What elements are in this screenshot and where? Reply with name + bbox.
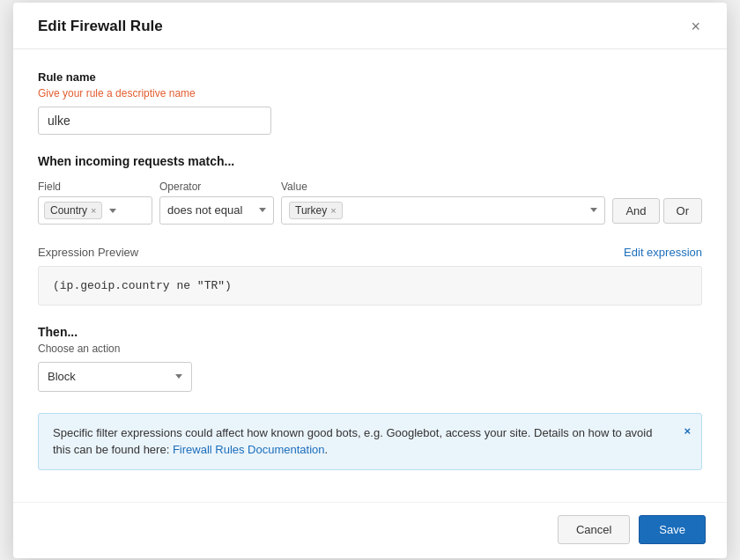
field-tag-close[interactable]: × [91, 205, 96, 216]
chevron-down-icon [109, 209, 116, 213]
value-tag-close[interactable]: × [330, 205, 336, 216]
info-banner-close-button[interactable]: × [684, 424, 691, 438]
expression-header: Expression Preview Edit expression [38, 246, 702, 259]
when-label: When incoming requests match... [38, 154, 702, 168]
logic-buttons: And Or [612, 198, 702, 225]
info-banner: Specific filter expressions could affect… [38, 413, 702, 470]
rule-name-input[interactable] [38, 107, 271, 135]
then-label: Then... [38, 325, 702, 339]
modal-body: Rule name Give your rule a descriptive n… [13, 49, 727, 488]
or-button[interactable]: Or [663, 198, 702, 224]
operator-group: Operator does not equal [159, 181, 274, 225]
cancel-button[interactable]: Cancel [558, 515, 630, 544]
rule-name-hint: Give your rule a descriptive name [38, 87, 702, 99]
modal-title: Edit Firewall Rule [38, 18, 163, 35]
operator-select[interactable]: does not equal [159, 196, 274, 225]
field-tag: Country × [44, 202, 102, 219]
value-select[interactable]: Turkey × [281, 196, 605, 225]
close-button[interactable]: × [685, 17, 706, 36]
modal-container: Edit Firewall Rule × Rule name Give your… [13, 3, 727, 558]
action-select[interactable]: Block [38, 362, 192, 392]
field-select[interactable]: Country × [38, 196, 152, 225]
then-section: Then... Choose an action Block [38, 325, 702, 392]
info-banner-text: Specific filter expressions could affect… [53, 426, 652, 457]
value-label: Value [281, 181, 605, 193]
expression-code: (ip.geoip.country ne "TR") [53, 279, 232, 292]
expression-label: Expression Preview [38, 246, 138, 259]
operator-value: does not equal [167, 203, 254, 217]
action-value: Block [48, 370, 170, 383]
and-button[interactable]: And [612, 198, 659, 224]
save-button[interactable]: Save [639, 515, 706, 544]
expression-box: (ip.geoip.country ne "TR") [38, 266, 702, 306]
field-chevron[interactable] [109, 205, 116, 215]
edit-expression-link[interactable]: Edit expression [624, 246, 702, 259]
expression-section: Expression Preview Edit expression (ip.g… [38, 246, 702, 306]
operator-chevron-icon [259, 208, 266, 212]
value-tag: Turkey × [289, 202, 343, 219]
operator-label: Operator [159, 181, 274, 193]
info-banner-period: . [325, 443, 329, 456]
rule-name-section: Rule name Give your rule a descriptive n… [38, 70, 702, 135]
value-tag-text: Turkey [295, 204, 327, 217]
field-tag-value: Country [50, 204, 87, 217]
action-chevron-icon [175, 374, 182, 379]
value-group: Value Turkey × [281, 181, 605, 225]
firewall-rules-doc-link[interactable]: Firewall Rules Documentation [173, 443, 325, 456]
field-group: Field Country × [38, 181, 152, 225]
field-label: Field [38, 181, 152, 193]
filter-row: Field Country × Operator [38, 181, 702, 225]
action-hint: Choose an action [38, 343, 702, 355]
value-chevron-icon [590, 208, 597, 212]
modal-header: Edit Firewall Rule × [13, 3, 727, 49]
rule-name-label: Rule name [38, 70, 702, 84]
modal-footer: Cancel Save [13, 502, 727, 558]
